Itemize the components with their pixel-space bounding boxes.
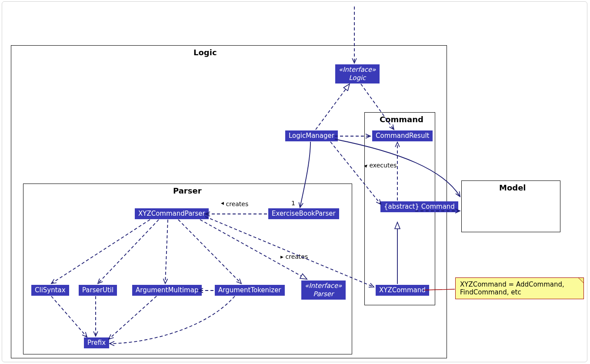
stereotype-text: «Interface» [305, 282, 342, 290]
multiplicity-one: 1 [291, 200, 295, 207]
stereotype-text: «Interface» [339, 66, 376, 74]
class-parser-util: ParserUtil [79, 285, 117, 296]
package-parser-title: Parser [173, 186, 202, 195]
uml-class-diagram: Logic Parser Command Model «Interface» L… [0, 0, 590, 364]
class-name: XYZCommand [379, 286, 426, 294]
class-name: ArgumentMultimap [136, 286, 198, 294]
package-command-title: Command [380, 115, 423, 124]
class-argument-multimap: ArgumentMultimap [132, 285, 202, 296]
package-logic-title: Logic [193, 48, 217, 57]
class-logic-interface: «Interface» Logic [335, 64, 380, 83]
class-xyz-command: XYZCommand [376, 285, 429, 296]
note-text: XYZCommand = AddCommand, FindCommand, et… [460, 281, 564, 296]
label-creates-2: ▸ creates [280, 253, 308, 260]
class-name: XYZCommandParser [138, 210, 205, 217]
class-parser-interface: «Interface» Parser [301, 281, 346, 300]
stereotype-text: {abstract} [384, 203, 419, 210]
class-argument-tokenizer: ArgumentTokenizer [215, 285, 285, 296]
package-model-title: Model [499, 183, 526, 192]
class-name: Logic [339, 74, 376, 82]
class-xyz-command-parser: XYZCommandParser [135, 208, 209, 219]
class-logic-manager: LogicManager [285, 130, 338, 141]
label-executes: ▸ executes [364, 162, 397, 169]
class-cli-syntax: CliSyntax [31, 285, 69, 296]
class-abstract-command: {abstract} Command [380, 201, 458, 212]
class-name: LogicManager [289, 132, 334, 140]
label-creates-1: ▸ creates [221, 200, 248, 207]
class-exercise-book-parser: ExerciseBookParser [268, 208, 339, 219]
class-name: Parser [305, 290, 342, 298]
class-name: ParserUtil [82, 286, 113, 294]
class-name: Command [421, 203, 455, 210]
class-command-result: CommandResult [372, 130, 433, 141]
uml-note: XYZCommand = AddCommand, FindCommand, et… [455, 277, 584, 299]
class-prefix: Prefix [84, 337, 109, 348]
class-name: CommandResult [376, 132, 429, 140]
class-name: ExerciseBookParser [272, 210, 336, 217]
class-name: CliSyntax [35, 286, 66, 294]
class-name: ArgumentTokenizer [218, 286, 281, 294]
class-name: Prefix [87, 339, 106, 347]
